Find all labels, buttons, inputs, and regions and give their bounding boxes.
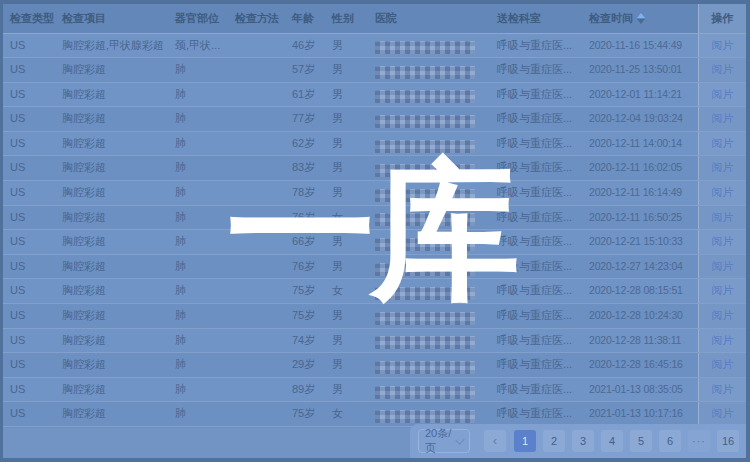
view-images-link[interactable]: 阅片 (711, 88, 733, 100)
cell-action: 阅片 (698, 230, 746, 255)
view-images-link[interactable]: 阅片 (711, 334, 733, 346)
cell-hospital (371, 402, 493, 427)
cell-exam-time: 2020-12-01 11:14:21 (585, 82, 698, 107)
table-row[interactable]: US 胸腔彩超 肺 83岁 男 呼吸与重症医... 2020-12-11 16:… (3, 156, 746, 181)
table-row[interactable]: US 胸腔彩超 肺 77岁 男 呼吸与重症医... 2020-12-04 19:… (3, 107, 746, 132)
hospital-redacted-block (375, 386, 475, 399)
cell-organ-part: 肺 (171, 107, 231, 132)
page-size-value: 20条/页 (425, 426, 457, 456)
table-row[interactable]: US 胸腔彩超 肺 75岁 男 呼吸与重症医... 2020-12-28 10:… (3, 304, 746, 329)
cell-department: 呼吸与重症医... (493, 377, 585, 402)
cell-hospital (371, 328, 493, 353)
pagination-bar: 20条/页 ‹ 123456···16 (3, 428, 746, 458)
cell-exam-type: US (3, 107, 58, 132)
cell-action: 阅片 (698, 107, 746, 132)
cell-action: 阅片 (698, 377, 746, 402)
view-images-link[interactable]: 阅片 (711, 309, 733, 321)
cell-organ-part: 肺 (171, 58, 231, 83)
table-row[interactable]: US 胸腔彩超 肺 74岁 男 呼吸与重症医... 2020-12-28 11:… (3, 328, 746, 353)
table-row[interactable]: US 胸腔彩超 肺 89岁 男 呼吸与重症医... 2021-01-13 08:… (3, 377, 746, 402)
table-row[interactable]: US 胸腔彩超 肺 75岁 女 呼吸与重症医... 2020-12-28 08:… (3, 279, 746, 304)
table-row[interactable]: US 胸腔彩超 肺 75岁 女 呼吸与重症医... 2021-01-13 10:… (3, 402, 746, 427)
sort-asc-icon[interactable] (637, 13, 645, 18)
cell-action: 阅片 (698, 181, 746, 206)
cell-exam-time: 2020-12-11 16:14:49 (585, 181, 698, 206)
cell-hospital (371, 58, 493, 83)
page-button-4[interactable]: 4 (601, 430, 623, 452)
page-ellipsis[interactable]: ··· (688, 430, 710, 452)
view-images-link[interactable]: 阅片 (711, 235, 733, 247)
cell-age: 76岁 (288, 205, 328, 230)
hospital-redacted-block (375, 66, 475, 79)
prev-page-button[interactable]: ‹ (484, 430, 506, 452)
cell-gender: 男 (328, 377, 371, 402)
cell-exam-item: 胸腔彩超 (58, 377, 171, 402)
cell-exam-type: US (3, 402, 58, 427)
table-row[interactable]: US 胸腔彩超 肺 66岁 男 呼吸与重症医... 2020-12-21 15:… (3, 230, 746, 255)
page-button-6[interactable]: 6 (659, 430, 681, 452)
page-button-1[interactable]: 1 (514, 430, 536, 452)
cell-department: 呼吸与重症医... (493, 181, 585, 206)
cell-exam-method (231, 353, 288, 378)
col-label: 检查方法 (235, 12, 279, 24)
view-images-link[interactable]: 阅片 (711, 358, 733, 370)
cell-exam-item: 胸腔彩超 (58, 107, 171, 132)
table-row[interactable]: US 胸腔彩超 肺 76岁 男 呼吸与重症医... 2020-12-27 14:… (3, 254, 746, 279)
cell-action: 阅片 (698, 402, 746, 427)
sort-desc-icon[interactable] (637, 19, 645, 24)
view-images-link[interactable]: 阅片 (711, 186, 733, 198)
view-images-link[interactable]: 阅片 (711, 211, 733, 223)
table-row[interactable]: US 胸腔彩超 肺 29岁 男 呼吸与重症医... 2020-12-28 16:… (3, 353, 746, 378)
view-images-link[interactable]: 阅片 (711, 112, 733, 124)
cell-organ-part: 肺 (171, 328, 231, 353)
table-row[interactable]: US 胸腔彩超 肺 76岁 女 呼吸与重症医... 2020-12-11 16:… (3, 205, 746, 230)
cell-age: 29岁 (288, 353, 328, 378)
cell-exam-type: US (3, 304, 58, 329)
cell-hospital (371, 156, 493, 181)
cell-hospital (371, 254, 493, 279)
cell-hospital (371, 131, 493, 156)
view-images-link[interactable]: 阅片 (711, 383, 733, 395)
cell-exam-time: 2021-01-13 08:35:05 (585, 377, 698, 402)
table-row[interactable]: US 胸腔彩超 肺 62岁 男 呼吸与重症医... 2020-12-11 14:… (3, 131, 746, 156)
col-header-exam-method: 检查方法 (231, 4, 288, 33)
cell-exam-item: 胸腔彩超,甲状腺彩超 (58, 33, 171, 58)
page-button-5[interactable]: 5 (630, 430, 652, 452)
view-images-link[interactable]: 阅片 (711, 39, 733, 51)
cell-exam-time: 2020-12-04 19:03:24 (585, 107, 698, 132)
table-row[interactable]: US 胸腔彩超 肺 78岁 男 呼吸与重症医... 2020-12-11 16:… (3, 181, 746, 206)
page-button-16[interactable]: 16 (717, 430, 739, 452)
table-row[interactable]: US 胸腔彩超 肺 61岁 男 呼吸与重症医... 2020-12-01 11:… (3, 82, 746, 107)
hospital-redacted-block (375, 361, 475, 374)
cell-age: 83岁 (288, 156, 328, 181)
cell-age: 77岁 (288, 107, 328, 132)
cell-age: 66岁 (288, 230, 328, 255)
cell-department: 呼吸与重症医... (493, 304, 585, 329)
cell-department: 呼吸与重症医... (493, 156, 585, 181)
cell-action: 阅片 (698, 156, 746, 181)
cell-hospital (371, 205, 493, 230)
cell-exam-method (231, 107, 288, 132)
page-size-select[interactable]: 20条/页 (418, 429, 470, 453)
col-header-exam-time[interactable]: 检查时间 (585, 4, 698, 33)
cell-organ-part: 肺 (171, 377, 231, 402)
cell-action: 阅片 (698, 205, 746, 230)
table-row[interactable]: US 胸腔彩超 肺 57岁 男 呼吸与重症医... 2020-11-25 13:… (3, 58, 746, 83)
sort-carets[interactable] (637, 12, 646, 25)
view-images-link[interactable]: 阅片 (711, 161, 733, 173)
cell-organ-part: 颈,甲状... (171, 33, 231, 58)
cell-department: 呼吸与重症医... (493, 205, 585, 230)
table-row[interactable]: US 胸腔彩超,甲状腺彩超 颈,甲状... 46岁 男 呼吸与重症医... 20… (3, 33, 746, 58)
cell-gender: 女 (328, 205, 371, 230)
cell-exam-type: US (3, 82, 58, 107)
view-images-link[interactable]: 阅片 (711, 284, 733, 296)
page-button-2[interactable]: 2 (543, 430, 565, 452)
view-images-link[interactable]: 阅片 (711, 407, 733, 419)
view-images-link[interactable]: 阅片 (711, 137, 733, 149)
cell-exam-method (231, 230, 288, 255)
page-button-3[interactable]: 3 (572, 430, 594, 452)
col-header-age: 年龄 (288, 4, 328, 33)
view-images-link[interactable]: 阅片 (711, 63, 733, 75)
view-images-link[interactable]: 阅片 (711, 260, 733, 272)
hospital-redacted-block (375, 164, 475, 177)
